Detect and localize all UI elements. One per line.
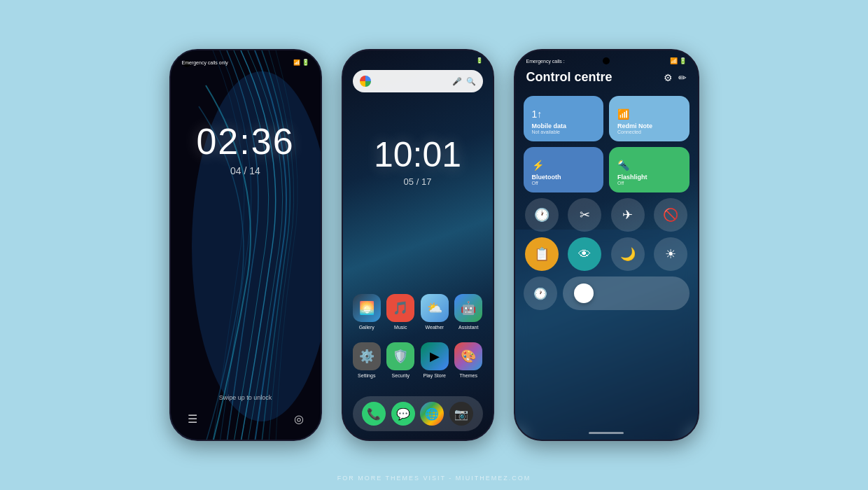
status-icons: 📶 🔋 [293,59,309,66]
settings-icon: ⚙️ [353,342,381,370]
app-settings[interactable]: ⚙️ Settings [351,342,382,378]
app-music[interactable]: 🎵 Music [385,294,416,330]
swipe-hint: Swipe up to unlock [171,394,321,401]
app-row-1: 🌅 Gallery 🎵 Music ⛅ Weather 🤖 Assistant [350,294,486,330]
cc-circle-row-1: 🕐 ✂ ✈ 🚫 [524,198,690,232]
cc-circle-scissors[interactable]: ✂ [568,198,601,232]
cc-circle-brightness[interactable]: ☀ [654,237,687,271]
lockscreen-bottom-bar: ☰ ◎ [171,412,321,426]
app-security[interactable]: 🛡️ Security [385,342,416,378]
cc-status-bar: Emergency calls : 📶 🔋 [515,57,698,64]
search-mic-icon[interactable]: 🎤 [452,77,462,86]
dock-messages[interactable]: 💬 [391,402,415,426]
app-themes[interactable]: 🎨 Themes [453,342,484,378]
cc-circle-moon[interactable]: 🌙 [611,237,645,271]
wifi-subtitle: Connected [617,130,681,134]
battery-icon: 🔋 [476,57,483,64]
lock-time: 02:36 [171,120,321,162]
bluetooth-title: Bluetooth [532,174,596,181]
security-icon: 🛡️ [386,342,414,370]
dock-chrome[interactable]: 🌐 [420,402,444,426]
cc-wifi-tile[interactable]: 📶 Redmi Note Connected [609,96,690,141]
lock-date: 04 / 14 [171,165,321,176]
phones-container: Emergency calls only 📶 🔋 02:36 04 / 14 S… [169,49,699,441]
search-lens-icon[interactable]: 🔍 [466,77,476,86]
wifi-icon: 📶 [617,108,681,120]
cc-edit-icon[interactable]: ✏ [678,72,687,83]
app-grid: 🌅 Gallery 🎵 Music ⛅ Weather 🤖 Assistant [343,294,493,391]
cc-circle-airplane[interactable]: ✈ [611,198,645,232]
flashlight-icon: 🔦 [617,160,681,171]
emergency-text: Emergency calls only [182,60,228,65]
playstore-label: Play Store [424,373,446,378]
cc-title-row: Control centre ⚙ ✏ [515,70,698,85]
homescreen-status-bar: 🔋 [476,57,483,64]
cc-circle-eye[interactable]: 👁 [568,237,601,271]
bluetooth-icon: ⚡ [532,160,596,171]
cc-row-2: ⚡ Bluetooth Off 🔦 Flashlight Off [524,147,690,192]
camera-quick-icon[interactable]: ◎ [294,412,304,426]
cc-circle-dnd[interactable]: 🚫 [654,198,687,232]
themes-icon: 🎨 [454,342,482,370]
wifi-title: Redmi Note [617,122,681,130]
phone-left: Emergency calls only 📶 🔋 02:36 04 / 14 S… [169,49,322,441]
cc-settings-icon[interactable]: ⚙ [664,72,673,83]
google-logo [360,76,371,87]
flashlight-title: Flashlight [617,174,681,181]
google-search-bar[interactable]: 🎤 🔍 [353,70,483,92]
control-centre: Emergency calls : 📶 🔋 Control centre ⚙ ✏… [515,50,698,440]
mobile-data-subtitle: Not available [532,130,596,134]
app-row-2: ⚙️ Settings 🛡️ Security ▶ Play Store 🎨 T… [350,342,486,378]
settings-label: Settings [358,373,375,378]
lockscreen-background [171,50,321,440]
cc-mobile-data-tile[interactable]: 1↑ Mobile data Not available [524,96,604,141]
assistant-icon: 🤖 [454,294,482,322]
home-date: 05 / 17 [343,176,493,187]
cc-status-icons: 📶 🔋 [670,57,687,64]
cc-circle-clipboard[interactable]: 📋 [525,237,559,271]
signal-icon: 📶 [293,59,300,66]
cc-battery-icon: 🔋 [679,57,687,64]
cc-slider-thumb[interactable] [574,284,594,303]
cc-title: Control centre [526,70,612,85]
app-dock: 📞 💬 🌐 📷 [353,396,483,431]
cc-brightness-slider[interactable] [563,276,690,310]
cc-flashlight-tile[interactable]: 🔦 Flashlight Off [609,147,690,192]
phone-middle: 🔋 🎤 🔍 10:01 05 / 17 🌅 Gallery [342,49,494,441]
cc-tiles-area: 1↑ Mobile data Not available 📶 Redmi Not… [524,96,690,316]
quick-menu-icon[interactable]: ☰ [188,412,197,426]
homescreen: 🔋 🎤 🔍 10:01 05 / 17 🌅 Gallery [343,50,493,440]
homescreen-time-area: 10:01 05 / 17 [343,134,493,187]
music-label: Music [394,325,407,330]
app-gallery[interactable]: 🌅 Gallery [351,294,382,330]
app-assistant[interactable]: 🤖 Assistant [453,294,484,330]
cc-emergency-text: Emergency calls : [526,59,565,64]
lockscreen-time-area: 02:36 04 / 14 [171,120,321,176]
watermark: FOR MORE THEMES VISIT - MIUITHEMEZ.COM [0,475,868,482]
battery-icon: 🔋 [302,59,309,66]
gallery-icon: 🌅 [353,294,381,322]
home-time: 10:01 [343,134,493,175]
lockscreen: Emergency calls only 📶 🔋 02:36 04 / 14 S… [171,50,321,440]
weather-icon: ⛅ [421,294,449,322]
app-weather[interactable]: ⛅ Weather [419,294,450,330]
security-label: Security [392,373,410,378]
cc-alarm-icon[interactable]: 🕐 [524,276,557,310]
cc-bluetooth-tile[interactable]: ⚡ Bluetooth Off [524,147,604,192]
weather-label: Weather [426,325,444,330]
dock-camera[interactable]: 📷 [449,402,473,426]
lockscreen-status-bar: Emergency calls only 📶 🔋 [171,59,321,66]
mobile-data-title: Mobile data [532,122,596,130]
cc-title-action-icons: ⚙ ✏ [664,72,687,83]
playstore-icon: ▶ [421,342,449,370]
app-playstore[interactable]: ▶ Play Store [419,342,450,378]
cc-circle-row-2: 📋 👁 🌙 ☀ [524,237,690,271]
gallery-label: Gallery [359,325,374,330]
dock-phone[interactable]: 📞 [362,402,386,426]
themes-label: Themes [460,373,477,378]
cc-circle-alarm[interactable]: 🕐 [525,198,559,232]
cc-wifi-icon: 📶 [670,57,678,64]
home-indicator [589,432,624,434]
assistant-label: Assistant [458,325,478,330]
home-status-icons: 🔋 [476,57,483,64]
